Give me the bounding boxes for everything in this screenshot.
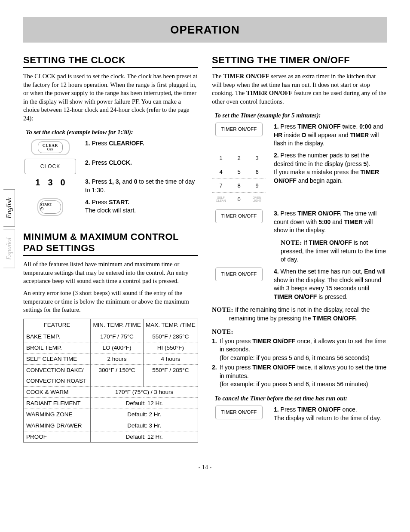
page-number: - 14 -	[23, 464, 387, 471]
clock-step-1: 1. Press CLEAR/OFF.	[85, 139, 198, 148]
heading-timer: SETTING THE TIMER ON/OFF	[212, 55, 387, 68]
clock-sub: To set the clock (example below for 1:30…	[26, 129, 198, 136]
timer-step-4: 4. When the set time has run out, End wi…	[274, 268, 387, 301]
timer-sub: To set the Timer (example for 5 minutes)…	[214, 112, 387, 119]
cancel-step-1: 1. Press TIMER ON/OFF once.The display w…	[274, 406, 387, 422]
clock-button: CLOCK	[23, 159, 77, 174]
digit-buttons: 130	[23, 178, 77, 188]
timer-note-list: 1. If you press TIMER ON/OFF once, it al…	[212, 337, 387, 389]
timer-note-b-label: NOTE:	[212, 328, 387, 335]
minmax-p2: An entry error tone (3 short beeps) will…	[23, 289, 198, 314]
page-title: OPERATION	[23, 23, 387, 37]
clear-off-button: CLEAR OFF	[23, 139, 77, 155]
heading-clock: SETTING THE CLOCK	[23, 55, 198, 68]
minmax-p1: All of the features listed have minimum …	[23, 260, 198, 286]
timer-intro: The TIMER ON/OFF serves as an extra time…	[212, 72, 387, 106]
clock-step-4: 4. Press START.The clock will start.	[85, 198, 198, 215]
clock-icon: ⏲	[40, 206, 61, 211]
timer-note-3: NOTE: If TIMER ON/OFF is not pressed, th…	[281, 238, 387, 264]
page-header: OPERATION	[23, 17, 387, 43]
timer-button-3: TIMER ON/OFF	[212, 209, 266, 223]
clock-intro: The CLOCK pad is used to set the clock. …	[23, 72, 198, 123]
number-keypad: 123 456 789 SELF CLEAN0OVEN LIGHT	[212, 151, 266, 206]
timer-note-a: NOTE: If the remaining time is not in th…	[212, 305, 387, 322]
timer-step-2: 2. Press the number pads to set the desi…	[274, 151, 387, 185]
timer-button-4: TIMER ON/OFF	[212, 268, 266, 281]
timer-step-3: 3. Press TIMER ON/OFF. The time will cou…	[274, 209, 387, 235]
cancel-sub: To cancel the Timer before the set time …	[214, 395, 387, 402]
clock-step-2: 2. Press CLOCK.	[85, 159, 198, 167]
timer-button-1: TIMER ON/OFF	[212, 123, 266, 136]
clock-step-3: 3. Press 1, 3, and 0 to set the time of …	[85, 178, 198, 194]
timer-button-cancel: TIMER ON/OFF	[212, 406, 266, 419]
start-button: START ⏲	[23, 198, 77, 216]
timer-step-1: 1. Press TIMER ON/OFF twice. 0:00 and HR…	[274, 123, 387, 148]
settings-table: FEATUREMIN. TEMP. /TIMEMAX. TEMP. /TIME …	[23, 319, 198, 443]
heading-minmax: MINIMUM & MAXIMUM CONTROL PAD SETTINGS	[23, 231, 198, 256]
